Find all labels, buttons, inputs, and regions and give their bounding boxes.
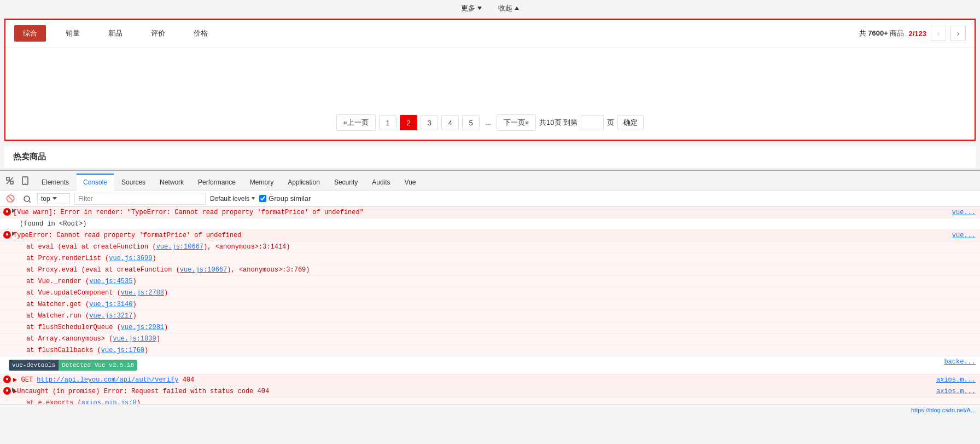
vue-link[interactable]: vue.js:10667 (180, 266, 227, 274)
console-line: at flushSchedulerQueue (vue.js:2981) (0, 322, 980, 333)
collapse-arrow-icon (515, 7, 519, 10)
content-box: 综合 销量 新品 评价 价格 共 7600+ 商品 2/123 ‹ › «上一页… (4, 19, 976, 141)
vue-link[interactable]: vue.js:3140 (89, 301, 132, 308)
more-button[interactable]: 更多 (461, 3, 482, 13)
sort-tab-price[interactable]: 价格 (185, 25, 217, 42)
console-toolbar: 🚫 top Default levels Group similar (0, 191, 980, 207)
devtools-tab-security[interactable]: Security (328, 173, 364, 191)
status-url: https://blog.csdn.net/A... (911, 407, 976, 413)
vue-link[interactable]: vue.js:3699 (109, 255, 152, 262)
pagination: «上一页 1 2 3 4 5 ... 下一页» 共10页 到第 页 确定 (5, 108, 975, 140)
badge-vue-label: vue-devtools (9, 360, 59, 371)
expand-arrow-icon[interactable] (12, 232, 15, 236)
error-icon: ● (3, 208, 11, 216)
collapse-button[interactable]: 收起 (498, 3, 519, 13)
sort-tab-right: 共 7600+ 商品 2/123 ‹ › (859, 26, 966, 41)
vue-link[interactable]: vue.js:3217 (89, 312, 132, 320)
goto-confirm-btn[interactable]: 确定 (617, 115, 644, 130)
devtools-tab-network[interactable]: Network (153, 173, 190, 191)
console-line: ● ▶Uncaught (in promise) Error: Request … (0, 386, 980, 397)
api-link[interactable]: http://api.leyou.com/api/auth/verify (37, 376, 178, 384)
devtools-tab-elements[interactable]: Elements (35, 173, 75, 191)
devtools-device-icon[interactable] (18, 173, 33, 188)
goto-input[interactable] (581, 115, 604, 130)
console-output: ● [Vue warn]: Error in render: "TypeErro… (0, 207, 980, 404)
more-label: 更多 (461, 3, 475, 13)
console-group-similar: Group similar (259, 194, 311, 203)
devtools-tab-application[interactable]: Application (281, 173, 326, 191)
devtools-tab-performance[interactable]: Performance (191, 173, 242, 191)
console-levels: Default levels (210, 195, 255, 203)
devtools-inspect-icon[interactable] (2, 173, 18, 188)
vue-link[interactable]: vue.js:2981 (121, 324, 164, 331)
error-icon: ● (3, 387, 11, 395)
svg-line-6 (29, 201, 31, 203)
vue-link[interactable]: vue.js:2788 (121, 289, 164, 297)
console-line: at eval (eval at createFunction (vue.js:… (0, 241, 980, 253)
sort-tab-reviews[interactable]: 评价 (142, 25, 174, 42)
more-arrow-icon (477, 7, 482, 10)
devtools-tab-audits[interactable]: Audits (365, 173, 396, 191)
console-line: at flushCallbacks (vue.js:1760) (0, 345, 980, 356)
console-filter-icon[interactable] (21, 193, 33, 205)
sort-tab-comprehensive[interactable]: 综合 (14, 25, 46, 42)
total-count: 7600+ (868, 29, 888, 37)
vue-link[interactable]: vue.js:1839 (113, 335, 156, 343)
devtools-tab-console[interactable]: Console (77, 174, 114, 191)
console-line: at Vue.updateComponent (vue.js:2788) (0, 287, 980, 299)
hot-products-section: 热卖商品 (4, 146, 976, 168)
devtools-tab-sources[interactable]: Sources (115, 173, 152, 191)
devtools-tab-memory[interactable]: Memory (243, 173, 280, 191)
vue-devtools-badge: vue-devtools Detected Vue v2.5.16 (9, 360, 137, 371)
svg-line-2 (7, 177, 13, 184)
page-3-btn[interactable]: 3 (421, 115, 438, 130)
vue-devtools-badge-line: vue-devtools Detected Vue v2.5.16 backe.… (0, 356, 980, 374)
collapse-label: 收起 (498, 3, 512, 13)
console-line: (found in <Root>) (0, 218, 980, 230)
hot-products-title: 热卖商品 (13, 152, 46, 161)
prev-page-btn[interactable]: «上一页 (336, 114, 376, 131)
console-line: at Watcher.get (vue.js:3140) (0, 299, 980, 310)
console-line: at Watcher.run (vue.js:3217) (0, 310, 980, 322)
expand-arrow-icon[interactable] (12, 388, 15, 392)
svg-rect-0 (7, 177, 9, 180)
group-similar-checkbox[interactable] (259, 195, 266, 202)
vue-link[interactable]: vue.js:1760 (101, 347, 144, 354)
page-ellipsis: ... (483, 115, 493, 130)
svg-rect-1 (10, 181, 13, 184)
page-info: 2/123 (908, 30, 926, 38)
devtools-tab-vue[interactable]: Vue (398, 173, 423, 191)
levels-arrow-icon (252, 197, 255, 200)
product-list-area (5, 48, 975, 108)
console-filter-input[interactable] (74, 193, 206, 205)
console-line: at Vue._render (vue.js:4535) (0, 276, 980, 287)
devtools-panel: Elements Console Sources Network Perform… (0, 170, 980, 415)
goto-prefix: 共10页 到第 (539, 118, 578, 128)
error-icon: ● (3, 231, 11, 239)
console-line: at Proxy.renderList (vue.js:3699) (0, 253, 980, 264)
page-5-btn[interactable]: 5 (462, 115, 480, 130)
console-line: at Proxy.eval (eval at createFunction (v… (0, 264, 980, 276)
axios-link[interactable]: axios.min.js:8 (81, 399, 137, 404)
context-arrow-icon (52, 197, 57, 200)
page-4-btn[interactable]: 4 (441, 115, 459, 130)
badge-detected-label: Detected Vue v2.5.16 (59, 360, 137, 371)
console-line: ● ▶ GET http://api.leyou.com/api/auth/ve… (0, 374, 980, 386)
page-1-btn[interactable]: 1 (379, 115, 396, 130)
svg-point-5 (24, 196, 30, 201)
sort-tab-sales[interactable]: 销量 (57, 25, 89, 42)
next-page-button[interactable]: › (950, 26, 966, 41)
page-2-btn[interactable]: 2 (400, 115, 417, 130)
top-bar: 更多 收起 (0, 0, 980, 16)
prev-page-button[interactable]: ‹ (931, 26, 946, 41)
sort-tab-new[interactable]: 新品 (100, 25, 131, 42)
console-line: ● TypeError: Cannot read property 'forma… (0, 230, 980, 241)
page-goto: 共10页 到第 页 确定 (539, 115, 644, 130)
next-page-btn[interactable]: 下一页» (497, 114, 536, 131)
console-clear-icon[interactable]: 🚫 (4, 193, 16, 205)
console-context-selector[interactable]: top (37, 193, 70, 204)
sort-tabs: 综合 销量 新品 评价 价格 共 7600+ 商品 2/123 ‹ › (5, 20, 975, 48)
vue-link[interactable]: vue.js:4535 (89, 278, 132, 285)
expand-arrow-icon[interactable] (12, 209, 15, 213)
vue-link[interactable]: vue.js:10667 (156, 243, 203, 251)
